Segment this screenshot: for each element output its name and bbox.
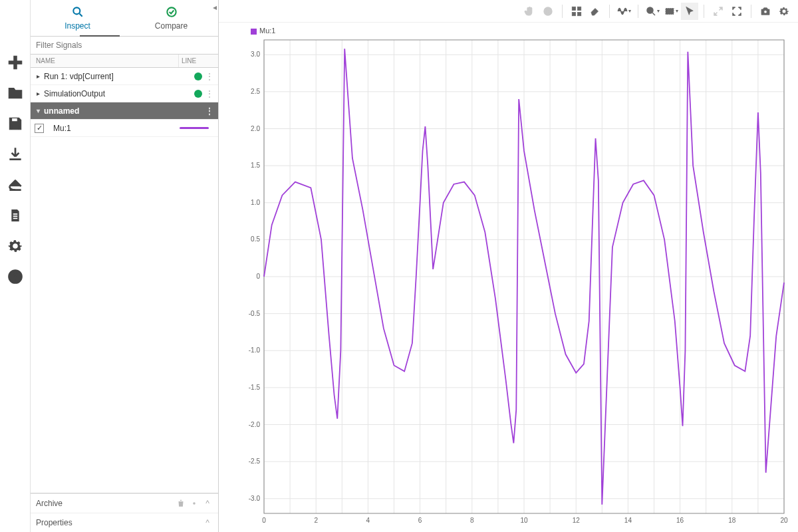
svg-text:1.0: 1.0 (251, 199, 260, 206)
svg-text:0: 0 (262, 517, 266, 524)
export-icon[interactable] (6, 176, 25, 194)
svg-text:0: 0 (256, 273, 260, 280)
run-row[interactable]: ▸ Run 1: vdp[Current] ⋮ (31, 68, 218, 85)
svg-text:2: 2 (314, 517, 318, 524)
signal-row[interactable]: ✓ Mu:1 (31, 120, 218, 137)
svg-rect-7 (572, 12, 575, 15)
panel-tabs: Inspect Compare ◂ (31, 0, 218, 37)
trash-icon[interactable] (176, 498, 186, 509)
more-icon[interactable]: ⋮ (205, 73, 214, 80)
svg-text:-3.0: -3.0 (249, 495, 261, 502)
plot-toolbar: ▾ ▾ ▾ (219, 0, 798, 23)
collapse-panel-icon[interactable]: ◂ (213, 3, 217, 12)
tab-compare[interactable]: Compare (124, 0, 218, 36)
expand-icon[interactable]: ▸ (35, 90, 41, 97)
gear-icon[interactable] (6, 237, 25, 255)
column-headers: NAME LINE (31, 55, 218, 68)
chevron-up-icon[interactable]: ^ (202, 517, 213, 528)
properties-section[interactable]: Properties ^ (31, 513, 218, 532)
pan-hand-icon[interactable] (521, 3, 538, 20)
svg-rect-6 (578, 7, 581, 10)
filter-row (31, 37, 218, 55)
svg-text:12: 12 (573, 517, 581, 524)
group-row-selected[interactable]: ▾ unnamed ⋮ (31, 102, 218, 120)
folder-icon[interactable] (6, 84, 25, 102)
line-style-swatch[interactable] (180, 127, 209, 129)
svg-text:-1.0: -1.0 (249, 346, 261, 354)
archive-section[interactable]: Archive ^ (31, 493, 218, 513)
import-icon[interactable] (6, 145, 25, 164)
help-icon[interactable] (6, 267, 25, 286)
more-icon[interactable]: ⋮ (205, 90, 214, 97)
add-icon[interactable] (6, 53, 25, 72)
signal-type-icon[interactable]: ▾ (615, 3, 632, 20)
legend-swatch (251, 29, 257, 35)
signal-tree: ▸ Run 1: vdp[Current] ⋮ ▸ SimulationOutp… (31, 68, 218, 493)
col-name[interactable]: NAME (31, 55, 178, 67)
zoom-icon[interactable]: ▾ (644, 3, 661, 20)
svg-text:18: 18 (728, 517, 736, 524)
tab-compare-label: Compare (155, 21, 188, 31)
plot-area: ▾ ▾ ▾ Mu:1 -3.0-2.5-2.0-1.5-1.0-0.500.51… (219, 0, 798, 532)
chevron-up-icon[interactable]: ^ (202, 498, 213, 509)
svg-point-11 (764, 10, 767, 13)
expand-icon[interactable]: ▸ (35, 72, 41, 80)
svg-rect-5 (572, 7, 575, 10)
svg-point-9 (647, 7, 653, 13)
svg-text:10: 10 (520, 517, 528, 524)
panel-bottom: Archive ^ Properties ^ (31, 493, 218, 532)
svg-point-1 (73, 7, 80, 14)
tab-inspect[interactable]: Inspect (31, 0, 124, 36)
line-chart[interactable]: -3.0-2.5-2.0-1.5-1.0-0.500.51.01.52.02.5… (232, 36, 791, 528)
more-icon[interactable]: ⋮ (205, 108, 214, 114)
fullscreen-icon[interactable] (728, 3, 745, 20)
svg-text:-2.5: -2.5 (249, 458, 261, 465)
clear-icon[interactable] (587, 3, 604, 20)
svg-rect-8 (578, 12, 581, 15)
run-row[interactable]: ▸ SimulationOutput ⋮ (31, 85, 218, 102)
gear-small-icon[interactable] (189, 498, 200, 509)
signal-panel: Inspect Compare ◂ NAME LINE ▸ Run 1: vdp… (31, 0, 219, 532)
expand-arrows-icon[interactable] (710, 3, 727, 20)
collapse-icon[interactable]: ▾ (35, 107, 41, 114)
svg-text:14: 14 (624, 517, 632, 524)
settings-icon[interactable] (775, 3, 793, 20)
svg-text:-0.5: -0.5 (249, 310, 261, 317)
status-dot (194, 90, 202, 98)
svg-text:3.0: 3.0 (251, 51, 260, 58)
svg-point-3 (193, 502, 196, 505)
cursor-icon[interactable] (681, 3, 698, 20)
subplots-icon[interactable] (568, 3, 585, 20)
svg-text:6: 6 (418, 517, 422, 524)
chart-legend: Mu:1 (251, 27, 275, 35)
snapshot-icon[interactable] (757, 3, 774, 20)
svg-text:0.5: 0.5 (251, 235, 260, 243)
signal-checkbox[interactable]: ✓ (35, 124, 44, 133)
svg-rect-10 (666, 8, 674, 14)
svg-text:-2.0: -2.0 (249, 421, 261, 428)
svg-text:8: 8 (470, 517, 474, 524)
filter-signals-input[interactable] (31, 37, 218, 54)
svg-text:16: 16 (676, 517, 684, 524)
tab-inspect-label: Inspect (65, 21, 90, 31)
report-icon[interactable] (6, 206, 25, 225)
svg-text:-1.5: -1.5 (249, 384, 261, 391)
status-dot (194, 72, 202, 80)
left-icon-rail (0, 0, 31, 532)
fit-icon[interactable]: ▾ (662, 3, 680, 20)
save-icon[interactable] (6, 114, 25, 133)
svg-text:20: 20 (780, 517, 788, 524)
col-line[interactable]: LINE (178, 55, 218, 67)
svg-text:2.5: 2.5 (251, 88, 260, 95)
svg-text:1.5: 1.5 (251, 162, 260, 169)
svg-text:4: 4 (366, 517, 370, 524)
replay-icon[interactable] (539, 3, 557, 20)
svg-text:2.0: 2.0 (251, 125, 260, 132)
